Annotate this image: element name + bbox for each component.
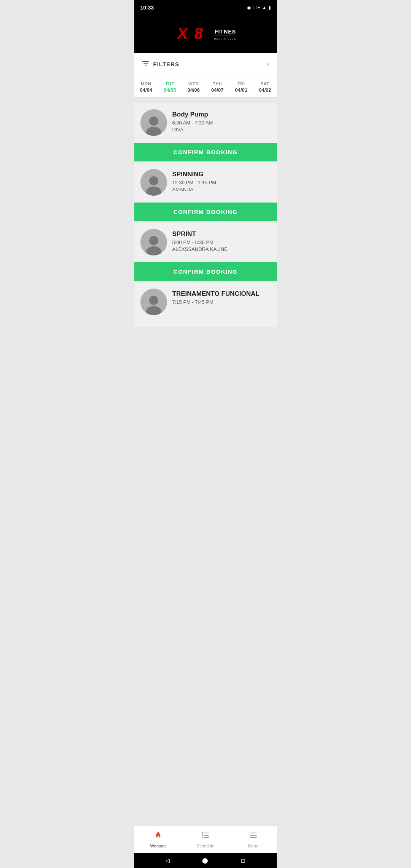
confirm-booking-button[interactable]: CONFIRM BOOKING [134, 262, 277, 281]
class-name: TREINAMENTO FUNCIONAL [172, 290, 271, 298]
day-date: 04/07 [211, 87, 224, 93]
filter-icon [142, 59, 150, 69]
day-date: 04/02 [259, 87, 271, 93]
svg-point-21 [202, 835, 203, 836]
svg-text:X: X [176, 24, 189, 42]
nav-item-menu[interactable]: Menu [229, 826, 277, 853]
flame-icon [153, 831, 162, 842]
class-name: SPRINT [172, 230, 271, 238]
nav-label: Menu [248, 844, 258, 848]
class-list: Body Pump6:30 AM - 7:30 AMDIVACONFIRM BO… [134, 98, 277, 332]
nav-label: Workout [150, 844, 166, 848]
confirm-booking-button[interactable]: CONFIRM BOOKING [134, 143, 277, 161]
avatar [140, 289, 167, 315]
class-info-row: Body Pump6:30 AM - 7:30 AMDIVA [140, 109, 271, 141]
logo-container: X 8 FITNESS HEALTH CLUB [175, 23, 236, 46]
lte-icon: LTE [252, 5, 260, 10]
day-date: 04/06 [187, 87, 200, 93]
circle-icon: ◉ [247, 5, 251, 10]
recent-button[interactable]: ◻ [241, 857, 245, 863]
svg-point-14 [146, 246, 161, 255]
svg-point-13 [149, 236, 158, 245]
svg-point-20 [202, 833, 203, 833]
day-item-tue[interactable]: TUE04/05 [158, 76, 182, 98]
status-icons: ◉ LTE ▲ ▮ [247, 5, 271, 10]
nav-item-workout[interactable]: Workout [134, 826, 182, 853]
filters-bar[interactable]: FILTERS › [134, 53, 277, 75]
svg-point-16 [146, 306, 161, 315]
class-info-row: TREINAMENTO FUNCIONAL7:15 PM - 7:45 PM [140, 289, 271, 321]
avatar [140, 169, 167, 196]
class-details: TREINAMENTO FUNCIONAL7:15 PM - 7:45 PM [172, 289, 271, 306]
day-name: SAT [261, 81, 269, 86]
svg-point-15 [149, 296, 158, 305]
filters-left: FILTERS [142, 59, 179, 69]
day-item-sat[interactable]: SAT04/02 [253, 76, 277, 98]
list-icon [201, 831, 210, 842]
class-instructor: ALEXSSANDRA KALINE [172, 246, 271, 252]
day-date: 04/05 [164, 87, 176, 93]
day-item-fri[interactable]: FRI04/01 [229, 76, 253, 98]
status-time: 10:33 [140, 5, 154, 11]
bottom-nav: WorkoutScheduleMenu [134, 826, 277, 853]
nav-item-schedule[interactable]: Schedule [182, 826, 229, 853]
svg-text:FITNESS: FITNESS [215, 29, 236, 35]
class-card: SPRINT5:00 PM - 5:30 PMALEXSSANDRA KALIN… [134, 223, 277, 281]
signal-icon: ▲ [262, 5, 267, 10]
class-info-row: SPRINT5:00 PM - 5:30 PMALEXSSANDRA KALIN… [140, 229, 271, 261]
day-name: THU [213, 81, 222, 86]
class-time: 6:30 AM - 7:30 AM [172, 120, 271, 126]
svg-point-9 [149, 116, 158, 126]
day-item-mon[interactable]: MON04/04 [134, 76, 158, 98]
android-navigation-bar: ◁ ⬤ ◻ [134, 853, 277, 868]
class-details: SPINNING12:30 PM - 1:15 PMAMANDA [172, 169, 271, 192]
home-button[interactable]: ⬤ [202, 857, 208, 863]
battery-icon: ▮ [268, 5, 271, 10]
confirm-booking-button[interactable]: CONFIRM BOOKING [134, 203, 277, 221]
app-header: X 8 FITNESS HEALTH CLUB [134, 15, 277, 53]
day-name: WED [188, 81, 199, 86]
status-bar: 10:33 ◉ LTE ▲ ▮ [134, 0, 277, 15]
day-item-wed[interactable]: WED04/06 [182, 76, 206, 98]
day-item-thu[interactable]: THU04/07 [206, 76, 229, 98]
day-name: MON [141, 81, 151, 86]
day-name: TUE [166, 81, 175, 86]
class-info-row: SPINNING12:30 PM - 1:15 PMAMANDA [140, 169, 271, 201]
filters-label: FILTERS [153, 61, 179, 67]
svg-point-10 [146, 127, 161, 136]
class-card: SPINNING12:30 PM - 1:15 PMAMANDACONFIRM … [134, 163, 277, 221]
class-time: 5:00 PM - 5:30 PM [172, 239, 271, 245]
svg-point-11 [149, 176, 158, 185]
back-button[interactable]: ◁ [166, 857, 170, 863]
svg-point-12 [146, 187, 161, 196]
class-instructor: DIVA [172, 127, 271, 132]
avatar [140, 109, 167, 136]
class-details: SPRINT5:00 PM - 5:30 PMALEXSSANDRA KALIN… [172, 229, 271, 252]
svg-text:HEALTH CLUB: HEALTH CLUB [214, 37, 236, 40]
class-details: Body Pump6:30 AM - 7:30 AMDIVA [172, 109, 271, 132]
day-selector: MON04/04TUE04/05WED04/06THU04/07FRI04/01… [134, 75, 277, 98]
class-time: 7:15 PM - 7:45 PM [172, 299, 271, 305]
class-card: TREINAMENTO FUNCIONAL7:15 PM - 7:45 PM [134, 282, 277, 327]
class-time: 12:30 PM - 1:15 PM [172, 180, 271, 185]
avatar [140, 229, 167, 255]
class-name: Body Pump [172, 111, 271, 118]
svg-point-22 [202, 837, 203, 838]
class-instructor: AMANDA [172, 187, 271, 192]
x8-fitness-logo: X 8 FITNESS HEALTH CLUB [175, 23, 236, 46]
day-name: FRI [237, 81, 245, 86]
nav-label: Schedule [197, 844, 214, 848]
day-date: 04/01 [235, 87, 247, 93]
class-name: SPINNING [172, 171, 271, 178]
day-date: 04/04 [140, 87, 152, 93]
filters-arrow-icon: › [267, 60, 269, 68]
menu-icon [249, 831, 258, 842]
svg-text:8: 8 [193, 24, 205, 42]
class-card: Body Pump6:30 AM - 7:30 AMDIVACONFIRM BO… [134, 103, 277, 161]
